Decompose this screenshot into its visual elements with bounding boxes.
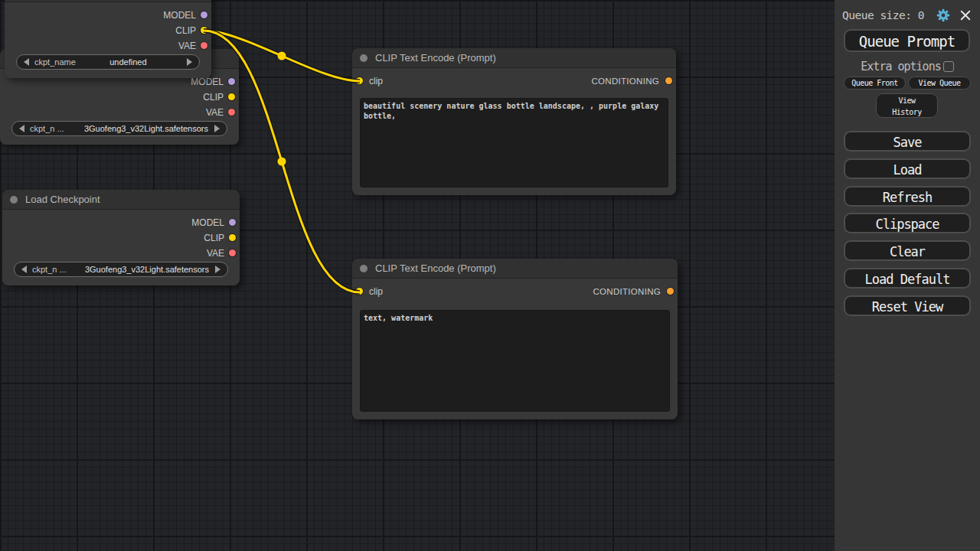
widget-label: ckpt_n ... [30, 124, 64, 133]
node-title-bar[interactable]: CLIP Text Encode (Prompt) [352, 48, 676, 68]
output-label: MODEL [191, 77, 224, 87]
comfy-menu-panel: Queue size: 0 Queue Prompt Extra options… [835, 0, 980, 551]
output-label: CLIP [204, 233, 224, 243]
next-value-icon[interactable] [214, 125, 220, 132]
settings-gear-icon[interactable] [936, 8, 950, 22]
input-label: clip [369, 70, 383, 92]
output-label: CLIP [175, 25, 196, 36]
load-default-button[interactable]: Load Default [844, 268, 971, 289]
output-slot-model[interactable]: MODEL [132, 215, 240, 230]
node-title: CLIP Text Encode (Prompt) [375, 48, 496, 68]
output-label: VAE [178, 41, 196, 51]
output-label: MODEL [191, 217, 224, 228]
extra-options-row: Extra options [835, 60, 980, 73]
output-label: CONDITIONING [593, 281, 661, 302]
ckpt-name-widget[interactable]: ckpt_n ... 3Guofeng3_v32Light.safetensor… [11, 121, 227, 136]
widget-value: undefined [76, 57, 181, 67]
node-load-checkpoint-main[interactable]: Load Checkpoint MODEL CLIP VAE ckpt_n ..… [2, 190, 240, 285]
node-status-dot [360, 54, 368, 62]
node-title: Load Checkpoint [25, 190, 100, 210]
output-label: VAE [206, 107, 224, 118]
next-value-icon[interactable] [187, 58, 192, 66]
link-midpoint-dot [278, 52, 286, 60]
model-slot-dot[interactable] [229, 219, 236, 226]
output-slot-clip[interactable]: CLIP [132, 90, 239, 105]
widget-label: ckpt_name [34, 57, 76, 67]
view-queue-button[interactable]: View Queue [908, 77, 971, 90]
model-slot-dot[interactable] [228, 78, 235, 85]
vae-slot-dot[interactable] [229, 249, 236, 256]
prev-value-icon[interactable] [24, 58, 29, 66]
link-midpoint-dot [278, 158, 286, 166]
clip-slot-dot[interactable] [201, 27, 207, 34]
node-load-checkpoint-top[interactable]: MODEL CLIP VAE ckpt_name undefined [5, 0, 211, 78]
output-slot-model[interactable]: MODEL [104, 8, 211, 23]
refresh-button[interactable]: Refresh [844, 186, 971, 207]
queue-size-label: Queue size: 0 [842, 9, 924, 21]
view-history-button[interactable]: ViewHistory [876, 93, 938, 118]
clear-button[interactable]: Clear [844, 240, 971, 261]
node-status-dot [360, 265, 368, 272]
conditioning-output-dot[interactable] [667, 288, 674, 295]
node-status-dot [10, 196, 18, 204]
io-row: clip CONDITIONING [352, 70, 676, 92]
prev-value-icon[interactable] [21, 266, 27, 273]
positive-prompt-textarea[interactable]: beautiful scenery nature glass bottle la… [360, 98, 668, 187]
ckpt-name-widget[interactable]: ckpt_name undefined [16, 54, 200, 70]
ckpt-name-widget[interactable]: ckpt_n ... 3Guofeng3_v32Light.safetensor… [14, 262, 228, 277]
node-title: CLIP Text Encode (Prompt) [375, 259, 496, 279]
clip-input-dot[interactable] [356, 77, 363, 84]
negative-prompt-textarea[interactable]: text, watermark [360, 310, 670, 412]
output-slot-clip[interactable]: CLIP [132, 230, 240, 246]
node-title-bar[interactable]: Load Checkpoint [2, 190, 240, 210]
widget-label: ckpt_n ... [32, 265, 67, 274]
node-clip-text-encode-positive[interactable]: CLIP Text Encode (Prompt) clip CONDITION… [352, 48, 676, 195]
vae-slot-dot[interactable] [201, 42, 207, 49]
input-label: clip [369, 281, 383, 302]
io-row: clip CONDITIONING [352, 281, 678, 302]
model-slot-dot[interactable] [201, 11, 207, 18]
view-history-line1: View [898, 96, 915, 105]
output-label: VAE [207, 248, 224, 259]
vae-slot-dot[interactable] [228, 109, 235, 116]
view-history-line2: History [892, 108, 922, 116]
prev-value-icon[interactable] [19, 125, 24, 132]
output-slot-vae[interactable]: VAE [132, 246, 240, 261]
queue-front-button[interactable]: Queue Front [844, 77, 906, 90]
output-label: CONDITIONING [591, 70, 659, 92]
save-button[interactable]: Save [844, 131, 971, 152]
clip-slot-dot[interactable] [229, 234, 236, 241]
reset-view-button[interactable]: Reset View [844, 295, 971, 316]
load-button[interactable]: Load [844, 158, 971, 179]
node-graph-canvas[interactable]: MODEL CLIP VAE ckpt_n ... 3Guofeng3_v32L… [0, 0, 980, 551]
clip-slot-dot[interactable] [228, 93, 235, 100]
widget-value: 3Guofeng3_v32Light.safetensors [67, 265, 209, 274]
queue-prompt-button[interactable]: Queue Prompt [844, 29, 970, 52]
next-value-icon[interactable] [215, 266, 220, 273]
node-clip-text-encode-negative[interactable]: CLIP Text Encode (Prompt) clip CONDITION… [352, 259, 678, 419]
close-menu-icon[interactable] [959, 8, 972, 22]
widget-value: 3Guofeng3_v32Light.safetensors [64, 124, 208, 133]
output-slot-vae[interactable]: VAE [132, 105, 239, 120]
output-slot-vae[interactable]: VAE [104, 38, 211, 54]
output-slot-clip[interactable]: CLIP [104, 23, 211, 38]
clipspace-button[interactable]: Clipspace [844, 213, 971, 233]
conditioning-output-dot[interactable] [665, 77, 672, 84]
output-label: CLIP [203, 92, 224, 103]
node-title-bar[interactable]: CLIP Text Encode (Prompt) [352, 259, 678, 279]
extra-options-label: Extra options [861, 60, 940, 73]
extra-options-checkbox[interactable] [943, 61, 954, 72]
clip-input-dot[interactable] [356, 288, 363, 295]
output-label: MODEL [163, 10, 196, 21]
